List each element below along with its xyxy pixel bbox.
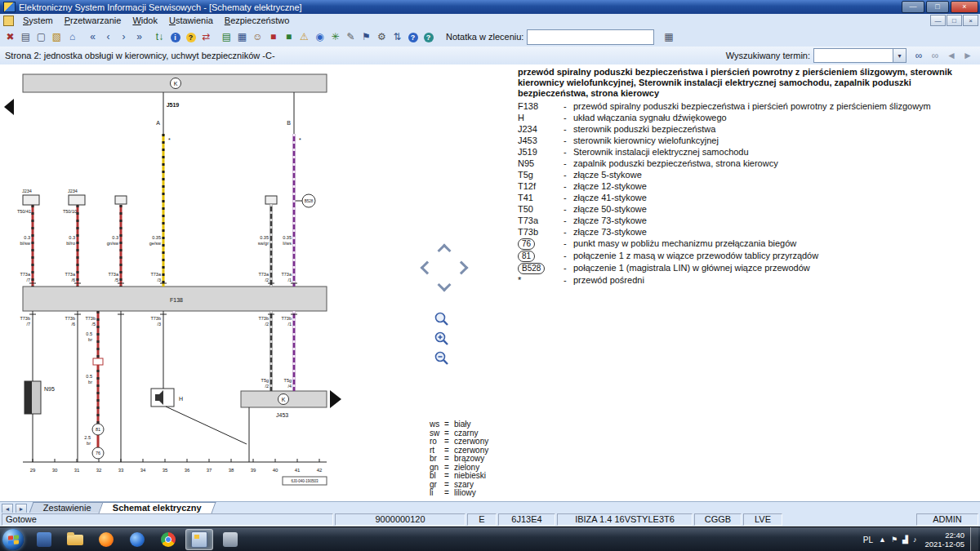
taskbar-tools-app[interactable] — [216, 529, 244, 550]
open-folder-icon[interactable]: ▧ — [49, 29, 65, 45]
taskbar-media-app-icon — [37, 532, 51, 547]
previous-hit-icon[interactable]: ◄ — [944, 48, 959, 63]
toolbar-icons: ✖▤▢▧⌂«‹›»t↓i?⇄▤▦☺■■⚠◉✳✎⚑⚙⇅?? — [2, 29, 436, 46]
taskbar-elsa-app[interactable] — [185, 529, 213, 550]
svg-text:gn/sw: gn/sw — [107, 241, 118, 246]
minimize-button[interactable]: — — [902, 1, 924, 13]
next-page-icon[interactable]: › — [116, 29, 131, 45]
search-term-input[interactable] — [813, 48, 893, 63]
globe-icon[interactable]: ◉ — [312, 29, 327, 45]
menu-ustawienia[interactable]: Ustawienia — [163, 16, 219, 25]
svg-text:/3: /3 — [157, 278, 161, 282]
red-manual-icon-glyph: ■ — [270, 31, 276, 42]
pan-right-icon[interactable] — [455, 261, 469, 275]
tab-zestawienie[interactable]: Zestawienie — [29, 502, 105, 513]
taskbar-clock[interactable]: 22:40 2021-12-05 — [924, 531, 964, 549]
taskbar-explorer[interactable] — [61, 529, 89, 550]
menu-system[interactable]: System — [17, 16, 59, 25]
show-desktop-button[interactable] — [970, 527, 978, 551]
swap-icon[interactable]: ⇄ — [198, 29, 214, 45]
document-list-icon[interactable]: ▤ — [219, 29, 234, 45]
toolbar: ✖▤▢▧⌂«‹›»t↓i?⇄▤▦☺■■⚠◉✳✎⚑⚙⇅?? Notatka w z… — [0, 27, 980, 47]
next-page-arrow[interactable] — [330, 390, 341, 408]
settings-icon[interactable]: ⚙ — [374, 29, 390, 45]
svg-text:/5: /5 — [91, 322, 96, 327]
next-hit-icon[interactable]: ► — [960, 48, 975, 63]
taskbar-firefox[interactable] — [92, 529, 120, 550]
find-all-icon[interactable]: ∞ — [928, 48, 942, 63]
maximize-button[interactable]: □ — [926, 1, 949, 13]
vehicle-data-icon[interactable]: ⚑ — [359, 29, 374, 45]
taskbar-browser-blue[interactable] — [123, 529, 151, 550]
help-icon[interactable]: ? — [183, 29, 198, 46]
info-icon[interactable]: i — [167, 29, 183, 46]
mdi-minimize-button[interactable]: — — [930, 15, 946, 26]
pan-left-icon[interactable] — [421, 261, 434, 275]
edit-icon[interactable]: ✎ — [343, 29, 359, 45]
mdi-close-button[interactable]: × — [963, 15, 978, 26]
pan-down-icon[interactable] — [438, 278, 452, 292]
svg-text:*: * — [299, 137, 301, 143]
svg-text:T73a: T73a — [20, 272, 30, 277]
tray-volume-icon[interactable]: ♪ — [913, 535, 917, 544]
sync-icon[interactable]: ⇅ — [390, 29, 405, 45]
chevron-down-icon[interactable]: ▾ — [893, 48, 906, 63]
tray-flag-icon[interactable]: ⚑ — [891, 535, 898, 544]
zoom-window-icon[interactable] — [434, 311, 450, 327]
new-document-icon[interactable]: ▢ — [33, 29, 49, 45]
zoom-out-icon[interactable] — [434, 350, 450, 367]
svg-text:/7: /7 — [26, 322, 30, 327]
tray-expand-icon[interactable]: ▲ — [879, 535, 886, 544]
legend-item: J453-sterownik kierownicy wielofunkcyjne… — [518, 135, 976, 146]
note-input[interactable] — [527, 29, 654, 45]
svg-text:T73a: T73a — [258, 272, 269, 277]
legend-item-code: B528 — [518, 263, 564, 274]
menu-widok[interactable]: Widok — [127, 16, 163, 25]
query-blue-icon[interactable]: ? — [405, 29, 421, 46]
color-legend-row: brbrązowy — [430, 455, 488, 464]
menu-bezpiecze-stwo[interactable]: Bezpieczeństwo — [219, 16, 296, 25]
zoom-in-icon[interactable] — [434, 331, 450, 347]
color-code: bl — [430, 472, 444, 481]
previous-page-arrow[interactable] — [4, 99, 14, 115]
find-term-icon[interactable]: ∞ — [911, 48, 926, 63]
mdi-restore-button[interactable]: □ — [947, 15, 962, 26]
warning-icon[interactable]: ⚠ — [296, 29, 312, 45]
legend-item: B528-połączenie 1 (magistrala LIN) w głó… — [518, 262, 976, 274]
history-icon[interactable]: t↓ — [152, 29, 167, 45]
help-icon-glyph: ? — [186, 33, 196, 42]
document-table-icon[interactable]: ▦ — [234, 29, 250, 45]
vehicle-icon[interactable]: ⌂ — [65, 29, 80, 45]
svg-text:J234: J234 — [22, 189, 32, 193]
last-page-icon[interactable]: » — [131, 29, 147, 45]
svg-text:0.35: 0.35 — [283, 235, 292, 240]
print-icon-glyph: ▤ — [21, 31, 30, 42]
wiring-diagram-svg[interactable]: KJ519F138KJ453N95H2930313233343536373839… — [0, 64, 351, 501]
print-icon[interactable]: ▤ — [18, 29, 33, 45]
language-indicator[interactable]: PL — [863, 535, 873, 544]
query-teal-icon[interactable]: ? — [421, 29, 436, 46]
svg-text:T73a: T73a — [281, 272, 292, 277]
close-button[interactable]: × — [951, 1, 978, 13]
pan-up-icon[interactable] — [438, 244, 452, 258]
tray-network-icon[interactable]: ▟ — [902, 535, 908, 544]
start-button[interactable] — [2, 529, 24, 550]
previous-page-icon[interactable]: ‹ — [100, 29, 116, 45]
menu-przetwarzanie[interactable]: Przetwarzanie — [59, 16, 127, 25]
exit-icon[interactable]: ✖ — [2, 29, 18, 45]
service-icon[interactable]: ✳ — [327, 29, 343, 45]
green-manual-icon[interactable]: ■ — [281, 29, 296, 45]
tab-schemat-elektryczny[interactable]: Schemat elektryczny — [98, 502, 216, 513]
red-manual-icon[interactable]: ■ — [265, 29, 281, 45]
legend-item-separator: - — [564, 263, 573, 273]
taskbar-chrome[interactable] — [154, 529, 182, 550]
first-page-icon[interactable]: « — [85, 29, 100, 45]
customers-icon[interactable]: ☺ — [250, 29, 265, 45]
taskbar-media-app[interactable] — [30, 529, 58, 550]
wiring-diagram[interactable]: KJ519F138KJ453N95H2930313233343536373839… — [0, 64, 351, 501]
svg-text:/5: /5 — [114, 278, 118, 282]
color-code: li — [430, 489, 444, 498]
svg-text:*: * — [168, 137, 171, 143]
legend-item-separator: - — [564, 204, 573, 215]
window-options-icon[interactable]: ▦ — [661, 29, 676, 45]
